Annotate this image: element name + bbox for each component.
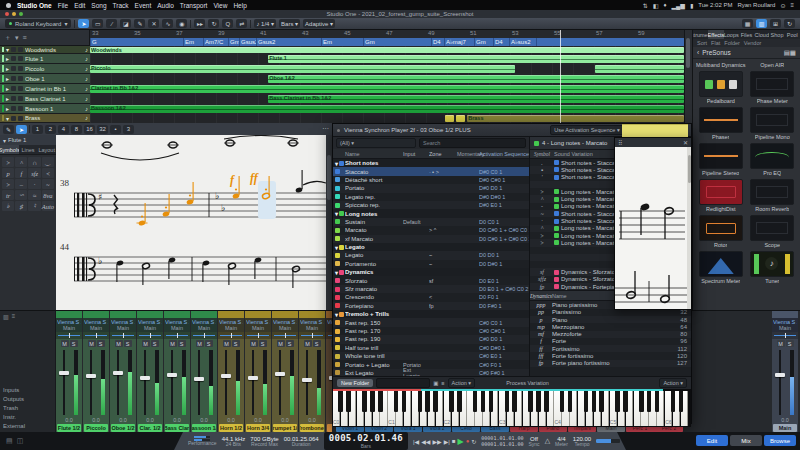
solo-button[interactable]: S xyxy=(97,340,105,347)
menu-event[interactable]: Event xyxy=(135,2,152,9)
mute-button[interactable]: M xyxy=(223,340,231,347)
inspector-icon[interactable]: ▥ xyxy=(756,19,767,28)
plugin-card-phase-meter[interactable]: Phase Meter xyxy=(748,71,797,104)
plugin-card-pro-eq[interactable]: Pro EQ xyxy=(748,143,797,176)
window-controls[interactable] xyxy=(5,12,23,16)
listen-tool[interactable]: ◉ xyxy=(176,19,187,28)
macro-play[interactable]: ▸▸ xyxy=(194,19,205,28)
palette-symbol-x[interactable]: ♯ xyxy=(15,201,27,211)
palette-symbol-x[interactable]: ♭ xyxy=(2,201,14,211)
loop-range[interactable]: 00001.01.01.00 00001.01.01.00 xyxy=(481,435,523,447)
strip-instrument[interactable]: Vienna S 1/2Main xyxy=(110,318,136,332)
track-expand-icon[interactable]: ▸ xyxy=(6,65,9,72)
mute-button[interactable]: M xyxy=(115,340,123,347)
palette-symbol-f[interactable]: f xyxy=(15,168,27,178)
chord-em[interactable]: Em xyxy=(183,38,203,46)
mute-button[interactable] xyxy=(11,56,16,61)
macro-quantize[interactable]: Q xyxy=(222,19,233,28)
previous-bar-button[interactable]: |◀ xyxy=(413,438,419,445)
fader-area[interactable] xyxy=(245,348,271,417)
piano-key-black[interactable] xyxy=(623,391,628,412)
symbols-panel-scrollbar[interactable] xyxy=(687,147,691,309)
piano-key-black[interactable] xyxy=(528,391,533,412)
variations-list[interactable]: ▾Short notesStaccato· ▪ >D#0 C0 1Détaché… xyxy=(333,159,529,376)
menu-track[interactable]: Track xyxy=(113,2,129,9)
strip-instrument[interactable]: Vienna S 1/2Main xyxy=(272,318,298,332)
console-nav-inputs[interactable]: Inputs xyxy=(3,386,52,395)
tempo-display[interactable]: 120.00Tempo xyxy=(573,436,591,447)
track-expand-icon[interactable]: ▸ xyxy=(6,105,9,112)
variation-row-half-tone-trill[interactable]: Half tone trillC#0 D#0 1 xyxy=(333,344,529,352)
piano-key-black[interactable] xyxy=(592,391,597,412)
sort-sort[interactable]: Sort xyxy=(697,40,707,46)
mute-button[interactable] xyxy=(11,116,16,121)
fader-area[interactable] xyxy=(272,348,298,417)
solo-button[interactable]: S xyxy=(205,340,213,347)
mute-button[interactable] xyxy=(11,76,16,81)
folder-expand-icon[interactable]: ▾ xyxy=(6,46,9,53)
plugin-card-pipeline-mono[interactable]: Pipeline Mono xyxy=(748,107,797,140)
score-editor[interactable]: ✎➤12481632•3⋯▾Flute 1SymbolsLinesLayout>… xyxy=(0,123,332,310)
dynamics-row-fff[interactable]: fffForte fortissimo120 xyxy=(530,352,691,359)
pan-control[interactable] xyxy=(164,332,190,339)
variation-row-fast-rep-150[interactable]: Fast rep. 150C#0 C0 1 xyxy=(333,318,529,326)
fader-handle[interactable] xyxy=(248,376,258,380)
track-header-piccolo[interactable]: ▸Piccolo♪ xyxy=(0,64,90,74)
variation-row-dynamics[interactable]: ▾Dynamics xyxy=(333,268,529,276)
solo-button[interactable]: S xyxy=(124,340,132,347)
strip-instrument[interactable]: Vienna S 1/2Main xyxy=(83,318,109,332)
part-bass-clarinet-1[interactable]: Bass Clarinet in Bb 1&2 xyxy=(268,95,684,103)
zoom-window-icon[interactable] xyxy=(19,12,23,16)
part-clarinet-in-bb-1[interactable]: Clarinet in Bb 1&2 xyxy=(90,85,684,93)
strip-instrument[interactable]: Vienna S 1/2Main xyxy=(164,318,190,332)
plugin-menu-icon[interactable] xyxy=(337,129,340,132)
track-header-clarinet-in-bb-1[interactable]: ▸Clarinet in Bb 1♪ xyxy=(0,84,90,94)
musical-symbols-panel[interactable]: ⠿ ✕ xyxy=(614,137,692,310)
pan-control[interactable] xyxy=(83,332,109,339)
arrange-view[interactable]: ＋▾≡3335373941434547495153555759GEmAm7/CG… xyxy=(0,30,800,123)
plugin-card-room-reverb[interactable]: Room Reverb xyxy=(748,179,797,212)
track-expand-icon[interactable]: ▸ xyxy=(6,75,9,82)
solo-button[interactable] xyxy=(18,116,23,121)
part-flute-1[interactable]: Flute 1 xyxy=(268,55,684,63)
strip-instrument[interactable]: Vienna S 1/2Main xyxy=(218,318,244,332)
fader-area[interactable] xyxy=(137,348,163,417)
piano-key-black[interactable] xyxy=(505,391,510,412)
mute-button[interactable] xyxy=(11,47,16,52)
piano-key-black[interactable] xyxy=(655,391,660,412)
fader-handle[interactable] xyxy=(167,373,177,377)
search-input[interactable]: Search xyxy=(419,138,526,148)
solo-button[interactable]: S xyxy=(232,340,240,347)
palette-symbol-x[interactable]: ♮ xyxy=(28,201,40,211)
plugin-card-open-air[interactable]: Open AIR xyxy=(748,62,797,68)
palette-symbol-x[interactable]: ∽ xyxy=(15,190,27,200)
fader-area[interactable] xyxy=(164,348,190,417)
piano-key-black[interactable] xyxy=(560,391,565,412)
apple-menu-icon[interactable] xyxy=(6,3,11,8)
duration-8[interactable]: 8 xyxy=(71,125,82,134)
variation-row-sustain[interactable]: SustainDefaultD0 C0 1 xyxy=(333,218,529,226)
bank-icon[interactable]: ▥ xyxy=(3,313,9,320)
mute-button[interactable]: M xyxy=(142,340,150,347)
process-action-dropdown[interactable]: Action ▾ xyxy=(659,378,687,388)
edit-tool[interactable]: ✎ xyxy=(3,125,14,134)
chord-gm[interactable]: Gm xyxy=(228,38,239,46)
mute-button[interactable]: M xyxy=(169,340,177,347)
fader-area[interactable] xyxy=(191,348,217,417)
chord-a-maj7[interactable]: A♭maj7 xyxy=(444,38,474,46)
chord-empty[interactable] xyxy=(536,38,684,46)
chord-gsus2[interactable]: Gsus2 xyxy=(239,38,256,46)
mute-button[interactable]: M xyxy=(61,340,69,347)
piano-key-black[interactable] xyxy=(615,391,620,412)
variation-row-fortepiano[interactable]: FortepianofpD0 F#0 1 xyxy=(333,302,529,310)
pan-control[interactable] xyxy=(272,332,298,339)
track-header-flute-1[interactable]: ▸Flute 1♪ xyxy=(0,54,90,64)
grid-icon[interactable]: ⊞ xyxy=(770,19,781,28)
score-page[interactable]: 38♯♭♭fff44♭ xyxy=(56,135,326,310)
plugin-card-redlightdist[interactable]: RedlightDist xyxy=(696,179,746,212)
duration-x[interactable]: • xyxy=(110,125,121,134)
browser-tab-shop[interactable]: Shop xyxy=(769,30,784,39)
part-piccolo[interactable] xyxy=(595,65,684,73)
close-window-icon[interactable] xyxy=(5,12,9,16)
arrange-yellow-part[interactable] xyxy=(622,124,688,137)
